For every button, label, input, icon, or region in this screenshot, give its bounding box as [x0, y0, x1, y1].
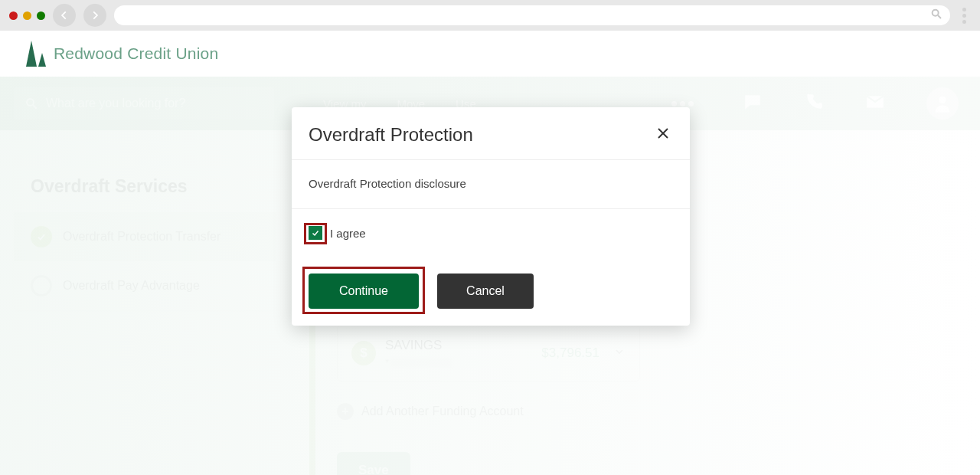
overdraft-services-card: Overdraft Services Overdraft Protection …: [14, 158, 276, 310]
agree-label: I agree: [330, 227, 366, 240]
plus-circle-icon: +: [337, 403, 354, 420]
funding-account-card[interactable]: $ SAVINGS * $3,796.51: [337, 325, 640, 382]
profile-avatar[interactable]: [926, 87, 959, 120]
account-balance: $3,796.51: [541, 346, 599, 361]
svg-point-4: [939, 97, 946, 103]
add-another-funding-account[interactable]: + Add Another Funding Account: [337, 403, 640, 420]
brand-logo[interactable]: Redwood Credit Union: [26, 41, 218, 67]
browser-forward-button[interactable]: [83, 4, 106, 27]
modal-title: Overdraft Protection: [309, 124, 473, 146]
nav-more-icon[interactable]: [671, 101, 694, 106]
svg-line-3: [33, 105, 37, 109]
search-icon: [930, 8, 942, 23]
window-zoom-dot[interactable]: [37, 11, 45, 20]
browser-chrome: [0, 0, 980, 31]
chat-icon[interactable]: [743, 92, 763, 115]
svg-point-2: [27, 99, 34, 106]
overdraft-protection-modal: Overdraft Protection Overdraft Protectio…: [292, 107, 690, 326]
site-search[interactable]: [14, 87, 274, 120]
cancel-button[interactable]: Cancel: [437, 274, 534, 309]
modal-close-button[interactable]: [656, 126, 670, 143]
url-bar[interactable]: [114, 5, 950, 25]
add-another-label: Add Another Funding Account: [361, 405, 524, 418]
phone-icon[interactable]: [804, 92, 824, 115]
svg-line-1: [938, 15, 941, 18]
mail-icon[interactable]: [865, 92, 885, 115]
brand-mark-icon: [26, 41, 46, 67]
site-search-input[interactable]: [46, 97, 263, 110]
save-button[interactable]: Save: [337, 452, 410, 475]
search-icon: [24, 97, 38, 110]
agree-row: I agree: [309, 226, 673, 240]
dollar-icon: $: [351, 341, 376, 365]
circle-icon: [31, 275, 52, 296]
sidebar-item-protection-transfer[interactable]: Overdraft Protection Transfer: [14, 212, 276, 261]
continue-button[interactable]: Continue: [309, 274, 419, 309]
traffic-lights: [9, 11, 45, 20]
svg-point-0: [933, 10, 939, 16]
browser-back-button[interactable]: [53, 4, 76, 27]
account-mask: *: [385, 356, 541, 369]
sidebar-item-label: Overdraft Pay Advantage: [63, 279, 200, 293]
sidebar-item-pay-advantage[interactable]: Overdraft Pay Advantage: [14, 261, 276, 310]
chevron-down-icon[interactable]: [613, 346, 626, 361]
modal-subtitle: Overdraft Protection disclosure: [292, 160, 690, 209]
logo-row: Redwood Credit Union: [0, 31, 980, 77]
agree-checkbox[interactable]: [309, 226, 322, 240]
window-close-dot[interactable]: [9, 11, 18, 20]
sidebar-item-label: Overdraft Protection Transfer: [63, 230, 220, 244]
window-minimize-dot[interactable]: [23, 11, 31, 20]
account-name: SAVINGS: [385, 338, 541, 353]
overdraft-services-title: Overdraft Services: [14, 158, 276, 212]
browser-menu-button[interactable]: [958, 8, 971, 24]
brand-name: Redwood Credit Union: [54, 44, 218, 63]
check-circle-icon: [31, 226, 52, 247]
